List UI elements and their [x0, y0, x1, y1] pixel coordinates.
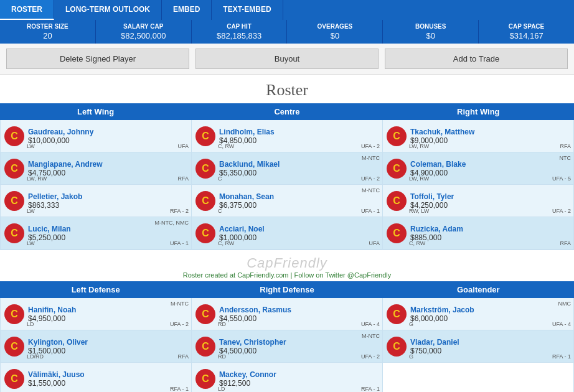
- player-info: Vladar, Daniel$750,000: [410, 338, 570, 355]
- player-status: NTC: [560, 155, 572, 161]
- player-fa-status: UFA - 2: [361, 175, 380, 182]
- player-salary: $5,250,000: [28, 233, 187, 242]
- player-position-left: LW: [27, 143, 35, 149]
- player-status: M-NTC: [171, 301, 189, 307]
- player-salary: $9,000,000: [410, 136, 570, 145]
- player-card[interactable]: Acciari, Noel$1,000,000C, RWUFA: [192, 217, 382, 250]
- stats-cap-hit: CAP HIT $82,185,833: [192, 20, 288, 44]
- player-info: Monahan, Sean$6,375,000: [219, 192, 379, 210]
- add-to-trade-button[interactable]: Add to Trade: [385, 49, 568, 69]
- player-card[interactable]: Välimäki, Juuso$1,550,000RFA - 1: [1, 363, 191, 392]
- player-fa-status: RFA: [177, 353, 189, 360]
- player-info: Backlund, Mikael$5,350,000: [219, 160, 379, 177]
- player-fa-status: UFA - 2: [361, 143, 380, 149]
- tab-embed[interactable]: EMBED: [162, 0, 212, 20]
- stats-overages: OVERAGES $0: [287, 20, 383, 44]
- player-position-left: LD: [27, 321, 34, 327]
- player-card[interactable]: Mackey, Connor$912,500LDRFA - 1: [192, 363, 382, 392]
- player-card[interactable]: Pelletier, Jakob$863,333LWRFA - 2: [1, 185, 191, 217]
- tab-text-embed[interactable]: TEXT-EMBED: [212, 0, 283, 20]
- player-name: Pelletier, Jakob: [28, 192, 187, 201]
- player-name: Kylington, Oliver: [28, 338, 187, 347]
- player-fa-status: RFA: [177, 175, 189, 182]
- player-name: Coleman, Blake: [410, 160, 570, 169]
- team-logo: [195, 191, 215, 211]
- player-card[interactable]: Coleman, Blake$4,900,000LW, RWNTCUFA - 5: [383, 152, 573, 185]
- player-name: Lindholm, Elias: [219, 128, 379, 136]
- player-card[interactable]: Monahan, Sean$6,375,000CM-NTCUFA - 1: [192, 185, 382, 217]
- player-fa-status: UFA - 5: [552, 175, 571, 182]
- player-info: Gaudreau, Johnny$10,000,000: [28, 128, 187, 145]
- player-salary: $750,000: [410, 347, 570, 355]
- player-card[interactable]: Ruzicka, Adam$885,000C, RWRFA: [383, 217, 573, 250]
- player-name: Välimäki, Juuso: [28, 370, 187, 379]
- player-card[interactable]: Backlund, Mikael$5,350,000CM-NTCUFA - 2: [192, 152, 382, 185]
- player-card[interactable]: Mangiapane, Andrew$4,750,000LW, RWRFA: [1, 152, 191, 185]
- player-position-left: LW: [27, 208, 35, 214]
- player-card[interactable]: Toffoli, Tyler$4,250,000RW, LWUFA - 2: [383, 185, 573, 217]
- team-logo: [195, 159, 215, 179]
- player-position-left: LW, RW: [409, 143, 429, 149]
- team-logo: [4, 159, 24, 179]
- player-fa-status: UFA - 2: [361, 353, 380, 360]
- player-salary: $885,000: [410, 233, 570, 242]
- player-salary: $863,333: [28, 201, 187, 210]
- right-defense-header: Right Defense: [191, 281, 382, 298]
- team-logo: [387, 304, 407, 324]
- player-position-left: LD: [218, 386, 225, 392]
- player-info: Tanev, Christopher$4,500,000: [219, 338, 379, 355]
- team-logo: [387, 191, 407, 211]
- player-salary: $1,500,000: [28, 347, 187, 355]
- player-info: Mackey, Connor$912,500: [219, 370, 379, 388]
- capfriendly-logo: CapFriendly: [0, 255, 574, 271]
- player-info: Hanifin, Noah$4,950,000: [28, 306, 187, 323]
- watermark: CapFriendly Roster created at CapFriendl…: [0, 250, 574, 281]
- player-position-left: RD: [218, 353, 226, 360]
- player-fa-status: UFA - 4: [552, 321, 571, 327]
- player-position-left: LW: [27, 240, 35, 246]
- player-position-left: G: [409, 321, 413, 327]
- player-info: Pelletier, Jakob$863,333: [28, 192, 187, 210]
- player-fa-status: RFA: [560, 143, 571, 149]
- player-info: Acciari, Noel$1,000,000: [219, 225, 379, 242]
- player-card[interactable]: Lindholm, Elias$4,850,000C, RWUFA - 2: [192, 120, 382, 152]
- player-info: Markström, Jacob$6,000,000: [410, 306, 570, 323]
- left-wing-header: Left Wing: [0, 103, 191, 120]
- player-card[interactable]: Markström, Jacob$6,000,000GNMCUFA - 4: [383, 298, 573, 330]
- buyout-button[interactable]: Buyout: [195, 49, 379, 69]
- team-logo: [387, 223, 407, 243]
- delete-signed-player-button[interactable]: Delete Signed Player: [6, 49, 189, 69]
- player-position-left: G: [409, 353, 413, 360]
- tab-long-term[interactable]: LONG-TERM OUTLOOK: [54, 0, 162, 20]
- left-defense-header: Left Defense: [0, 281, 191, 298]
- tab-roster[interactable]: ROSTER: [0, 0, 54, 20]
- forward-section-header: Left Wing Centre Right Wing: [0, 103, 574, 120]
- right-defense-column: Andersson, Rasmus$4,550,000RDUFA - 4Tane…: [192, 298, 383, 392]
- player-card[interactable]: Tkachuk, Matthew$9,000,000LW, RWRFA: [383, 120, 573, 152]
- stats-bar: ROSTER SIZE 20 SALARY CAP $82,500,000 CA…: [0, 20, 574, 44]
- player-name: Gaudreau, Johnny: [28, 128, 187, 136]
- player-salary: $4,950,000: [28, 314, 187, 323]
- team-logo: [4, 126, 24, 146]
- player-position-left: C: [218, 175, 222, 182]
- goaltender-column: Markström, Jacob$6,000,000GNMCUFA - 4Vla…: [383, 298, 573, 392]
- player-name: Markström, Jacob: [410, 306, 570, 314]
- player-salary: $10,000,000: [28, 136, 187, 145]
- player-info: Välimäki, Juuso$1,550,000: [28, 370, 187, 388]
- player-fa-status: UFA - 2: [552, 208, 571, 214]
- player-salary: $5,350,000: [219, 169, 379, 177]
- team-logo: [4, 223, 24, 243]
- player-name: Tanev, Christopher: [219, 338, 379, 347]
- player-card[interactable]: Andersson, Rasmus$4,550,000RDUFA - 4: [192, 298, 382, 330]
- player-card[interactable]: Hanifin, Noah$4,950,000LDM-NTCUFA - 2: [1, 298, 191, 330]
- player-card[interactable]: Vladar, Daniel$750,000GRFA - 1: [383, 330, 573, 363]
- team-logo: [387, 159, 407, 179]
- player-card[interactable]: Gaudreau, Johnny$10,000,000LWUFA: [1, 120, 191, 152]
- player-salary: $6,375,000: [219, 201, 379, 210]
- right-wing-column: Tkachuk, Matthew$9,000,000LW, RWRFAColem…: [383, 120, 573, 250]
- player-fa-status: RFA - 1: [170, 386, 189, 392]
- action-row: Delete Signed Player Buyout Add to Trade: [0, 44, 574, 75]
- player-card[interactable]: Kylington, Oliver$1,500,000LD/RDRFA: [1, 330, 191, 363]
- player-card[interactable]: Tanev, Christopher$4,500,000RDM-NTCUFA -…: [192, 330, 382, 363]
- player-card[interactable]: Lucic, Milan$5,250,000LWM-NTC, NMCUFA - …: [1, 217, 191, 250]
